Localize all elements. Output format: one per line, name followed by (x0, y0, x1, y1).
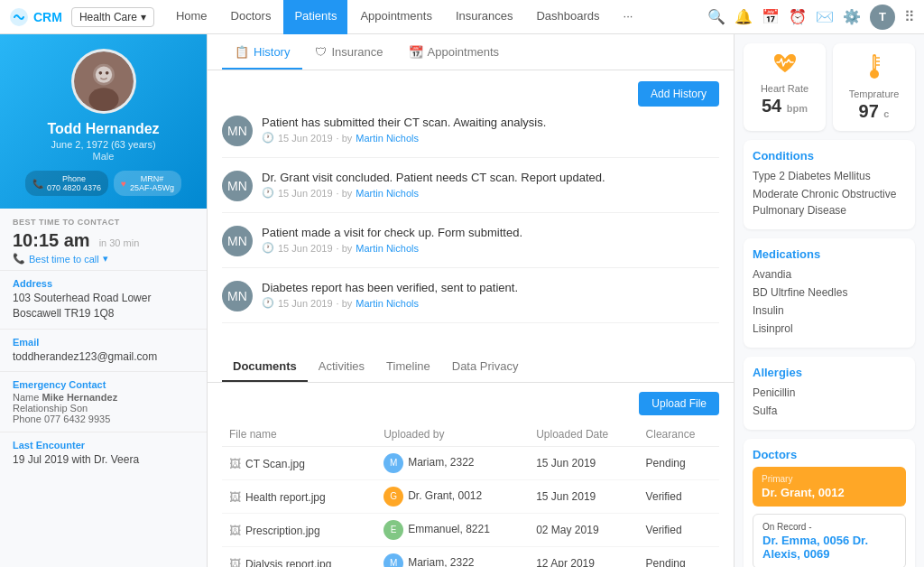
search-icon[interactable]: 🔍 (707, 8, 725, 25)
call-row[interactable]: 📞 Best time to call ▾ (13, 253, 194, 265)
uploader-cell: MMariam, 2322 (376, 547, 529, 568)
nav-appointments[interactable]: Appointments (349, 0, 443, 34)
history-list: MN Patient has submitted their CT scan. … (222, 116, 719, 323)
health-care-dropdown[interactable]: Health Care ▾ (71, 7, 154, 27)
add-history-button[interactable]: Add History (638, 81, 719, 107)
col-filename: File name (222, 423, 376, 447)
history-text: Patient made a visit for check up. Form … (262, 226, 522, 239)
history-author[interactable]: Martin Nichols (356, 133, 419, 144)
doctor-onrecord-card[interactable]: On Record - Dr. Emma, 0056 Dr. Alexis, 0… (753, 514, 906, 567)
nav-insurances[interactable]: Insurances (445, 0, 524, 34)
history-avatar-2: MN (222, 226, 253, 256)
file-icon: 🖼 (229, 557, 241, 568)
table-row[interactable]: 🖼CT Scan.jpg MMariam, 2322 15 Jun 2019 P… (222, 447, 719, 480)
calendar-add-icon[interactable]: 📅 (762, 8, 780, 25)
col-uploadeddate: Uploaded Date (529, 423, 638, 447)
tab-history[interactable]: 📋 History (222, 34, 302, 70)
medication-item: Insulin (753, 302, 906, 319)
sub-tab-bar: Documents Activities Timeline Data Priva… (208, 350, 734, 383)
uploader-avatar: M (383, 553, 403, 567)
nav-dashboards[interactable]: Dashboards (525, 0, 610, 34)
heart-rate-label: Heart Rate (751, 83, 818, 94)
heart-rate-card: Heart Rate 54 bpm (744, 43, 826, 131)
patient-dob: June 2, 1972 (63 years) (11, 139, 196, 150)
history-author[interactable]: Martin Nichols (356, 188, 419, 199)
history-author[interactable]: Martin Nichols (356, 298, 419, 309)
clock-icon[interactable]: ⏰ (789, 8, 807, 25)
sub-tab-timeline[interactable]: Timeline (375, 350, 441, 382)
patient-gender: Male (11, 151, 196, 162)
doctors-section: Doctors Primary Dr. Grant, 0012 On Recor… (744, 439, 915, 567)
svg-point-6 (105, 71, 108, 75)
settings-icon[interactable]: ⚙️ (843, 8, 861, 25)
file-name-cell: 🖼CT Scan.jpg (222, 447, 376, 480)
bell-icon[interactable]: 🔔 (735, 8, 753, 25)
history-content-0: Patient has submitted their CT scan. Awa… (262, 116, 546, 144)
nav-items: Home Doctors Patients Appointments Insur… (165, 0, 704, 34)
nav-patients[interactable]: Patients (283, 0, 347, 34)
tab-appointments[interactable]: 📆 Appointments (396, 34, 513, 70)
uploader-cell: GDr. Grant, 0012 (376, 480, 529, 514)
phone-badge[interactable]: 📞 Phone070 4820 4376 (25, 171, 108, 196)
allergies-title: Allergies (753, 366, 906, 379)
emergency-phone: 077 6432 9935 (44, 414, 110, 424)
tab-insurance[interactable]: 🛡 Insurance (302, 34, 395, 70)
table-row[interactable]: 🖼Health report.jpg GDr. Grant, 0012 15 J… (222, 480, 719, 514)
nav-doctors[interactable]: Doctors (220, 0, 282, 34)
file-name-cell: 🖼Dialysis report.jpg (222, 547, 376, 568)
history-meta: 🕐 15 Jun 2019 · by Martin Nichols (262, 297, 518, 309)
uploader-avatar: E (383, 520, 403, 540)
best-time-section: BEST TIME TO CONTACT 10:15 am in 30 min … (0, 209, 207, 270)
doctor-primary-name: Dr. Grant, 0012 (762, 486, 897, 499)
doctors-title: Doctors (753, 448, 906, 461)
last-encounter-block: Last Encounter 19 Jul 2019 with Dr. Veer… (0, 432, 207, 475)
nav-home[interactable]: Home (165, 0, 218, 34)
table-row[interactable]: 🖼Dialysis report.jpg MMariam, 2322 12 Ap… (222, 547, 719, 568)
file-icon: 🖼 (229, 524, 241, 537)
upload-file-button[interactable]: Upload File (639, 392, 719, 415)
conditions-section: Conditions Type 2 Diabetes MellitusModer… (744, 140, 915, 229)
last-encounter-label: Last Encounter (13, 440, 194, 451)
medications-section: Medications AvandiaBD Ultrfine NeedlesIn… (744, 238, 915, 348)
user-avatar[interactable]: T (870, 5, 895, 30)
last-encounter-value: 19 Jul 2019 with Dr. Veera (13, 452, 194, 468)
patient-name: Todd Hernandez (11, 121, 196, 137)
history-text: Dr. Grant visit concluded. Patient needs… (262, 171, 605, 184)
sub-tab-documents[interactable]: Documents (222, 350, 308, 382)
col-clearance: Clearance (639, 423, 719, 447)
table-row[interactable]: 🖼Prescription.jpg EEmmanuel, 8221 02 May… (222, 514, 719, 547)
grid-icon[interactable]: ⠿ (904, 8, 915, 25)
allergies-section: Allergies PenicillinSulfa (744, 357, 915, 430)
sub-tab-dataprivacy[interactable]: Data Privacy (441, 350, 530, 382)
sub-tab-activities[interactable]: Activities (308, 350, 375, 382)
doctor-primary-card[interactable]: Primary Dr. Grant, 0012 (753, 467, 906, 507)
main-layout: Todd Hernandez June 2, 1972 (63 years) M… (0, 34, 924, 567)
patient-avatar (71, 49, 136, 114)
heart-rate-value: 54 bpm (751, 96, 818, 116)
nav-more[interactable]: ··· (613, 0, 644, 34)
svg-point-3 (88, 88, 118, 111)
medication-item: BD Ultrfine Needles (753, 284, 906, 301)
history-author[interactable]: Martin Nichols (356, 243, 419, 254)
allergy-item: Penicillin (753, 385, 906, 401)
left-sidebar: Todd Hernandez June 2, 1972 (63 years) M… (0, 34, 208, 567)
address-value: 103 Souterhead Road Lower Boscawell TR19… (13, 291, 194, 321)
medication-item: Avandia (753, 266, 906, 283)
medication-item: Lisinprol (753, 321, 906, 337)
history-avatar-1: MN (222, 171, 253, 201)
condition-item: Type 2 Diabetes Mellitus (753, 168, 906, 184)
phone-icon: 📞 (32, 179, 43, 189)
insurance-icon: 🛡 (315, 45, 327, 59)
emergency-block: Emergency Contact Name Mike Hernandez Re… (0, 371, 207, 432)
clock-icon: 🕐 (262, 297, 274, 309)
mail-icon[interactable]: ✉️ (816, 8, 834, 25)
status-cell: Pending (639, 547, 719, 568)
conditions-list: Type 2 Diabetes MellitusModerate Chronic… (753, 168, 906, 218)
history-section: Add History MN Patient has submitted the… (208, 70, 734, 347)
history-item: MN Patient has submitted their CT scan. … (222, 116, 719, 158)
date-cell: 12 Apr 2019 (529, 547, 638, 568)
history-item: MN Dr. Grant visit concluded. Patient ne… (222, 171, 719, 213)
medications-title: Medications (753, 247, 906, 261)
mrn-badge: ♥ MRN#25AF-A5Wg (114, 171, 181, 196)
uploader-cell: MMariam, 2322 (376, 447, 529, 480)
